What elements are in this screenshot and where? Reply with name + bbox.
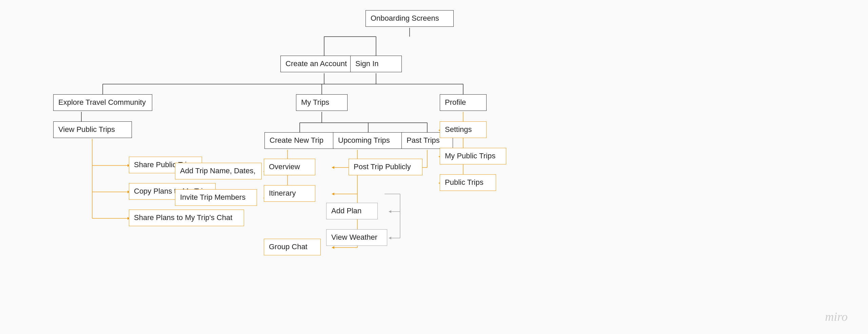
explore-node: Explore Travel Community xyxy=(53,94,152,111)
overview-node: Overview xyxy=(264,159,315,175)
create-new-trip-node: Create New Trip xyxy=(264,132,335,149)
svg-marker-35 xyxy=(332,246,334,249)
public-trips-node: Public Trips xyxy=(440,174,496,191)
post-trip-publicly-node: Post Trip Publicly xyxy=(349,159,422,175)
canvas: Onboarding Screens Create an Account Sig… xyxy=(0,0,868,334)
miro-logo: miro xyxy=(825,310,848,324)
settings-node: Settings xyxy=(440,121,487,138)
sign-in-node: Sign In xyxy=(350,56,402,72)
share-plans-chat-node: Share Plans to My Trip's Chat xyxy=(129,210,244,226)
svg-marker-31 xyxy=(332,166,334,169)
my-public-trips-node: My Public Trips xyxy=(440,148,506,164)
view-weather-node: View Weather xyxy=(326,229,387,246)
svg-marker-39 xyxy=(389,210,391,213)
group-chat-node: Group Chat xyxy=(264,239,321,255)
view-public-trips-node: View Public Trips xyxy=(53,121,132,138)
add-trip-name-node: Add Trip Name, Dates, xyxy=(175,163,262,179)
add-plan-node: Add Plan xyxy=(326,203,378,219)
itinerary-node: Itinerary xyxy=(264,185,315,202)
profile-node: Profile xyxy=(440,94,487,111)
svg-marker-33 xyxy=(332,193,334,195)
my-trips-node: My Trips xyxy=(296,94,348,111)
onboarding-node: Onboarding Screens xyxy=(366,10,454,27)
upcoming-trips-node: Upcoming Trips xyxy=(333,132,403,149)
invite-members-node: Invite Trip Members xyxy=(175,189,257,206)
svg-marker-41 xyxy=(389,237,391,239)
